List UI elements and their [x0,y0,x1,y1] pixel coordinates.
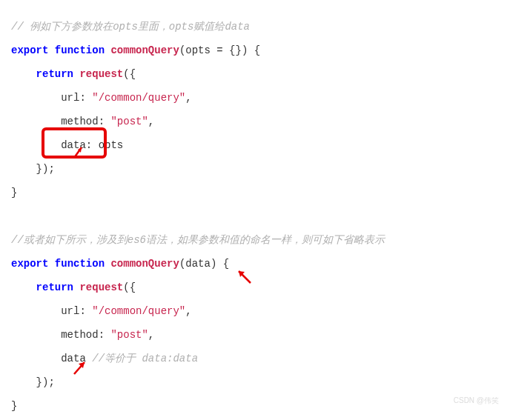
code-line: return request({ [11,62,499,86]
code-line: } [11,394,499,418]
code-line: } [11,181,499,204]
comment-line-2: //或者如下所示，涉及到es6语法，如果参数和值的命名一样，则可如下省略表示 [11,228,499,252]
code-line: url: "/common/query", [11,86,499,110]
code-line: }); [11,157,499,181]
code-line: data //等价于 data:data [11,347,499,370]
watermark: CSDN @伟笑 [454,389,499,413]
comment-line-1: // 例如下方参数放在opts里面，opts赋值给data [11,15,499,39]
code-line: export function commonQuery(data) { [11,252,499,276]
code-line: export function commonQuery(opts = {}) { [11,39,499,62]
blank-line [11,204,499,228]
code-line: method: "post", [11,110,499,133]
code-line: return request({ [11,276,499,299]
code-line: data: opts [11,133,499,157]
code-line: }); [11,370,499,394]
code-line: url: "/common/query", [11,299,499,323]
code-line: method: "post", [11,323,499,347]
